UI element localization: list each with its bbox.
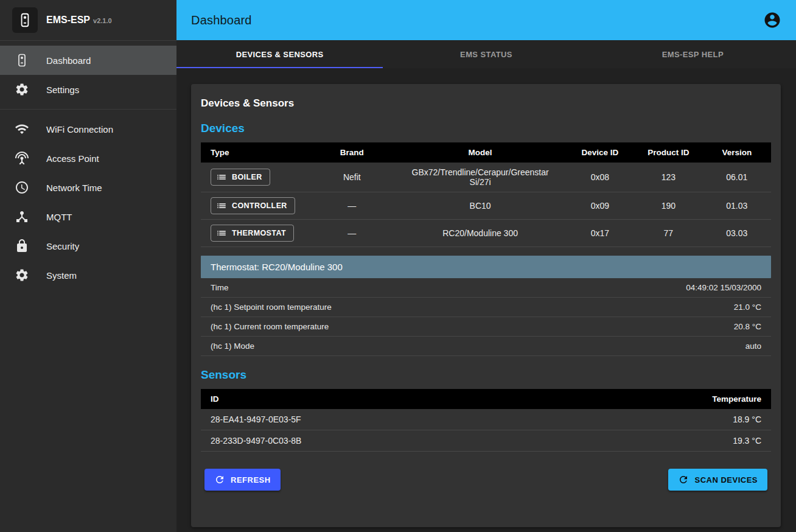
lock-icon (15, 239, 29, 253)
tab-ems-esp-help[interactable]: EMS-ESP HELP (590, 40, 796, 68)
column-header-model: Model (395, 142, 566, 163)
detail-value: 20.8 °C (734, 322, 761, 331)
sidebar-item-label: Access Point (46, 153, 99, 164)
thermostat-detail-row: (hc 1) Current room temperature 20.8 °C (201, 317, 771, 337)
scan-devices-button[interactable]: SCAN DEVICES (668, 469, 767, 491)
refresh-icon (214, 474, 225, 485)
device-product-id: 190 (634, 192, 702, 220)
tab-devices-sensors[interactable]: DEVICES & SENSORS (176, 40, 383, 68)
page-title: Dashboard (191, 13, 252, 27)
device-model: RC20/Moduline 300 (395, 220, 566, 247)
sidebar-nav: Dashboard Settings WiFi Connection Acces… (0, 41, 176, 290)
thermostat-detail-row: (hc 1) Mode auto (201, 337, 771, 356)
detail-value: auto (745, 341, 761, 351)
device-row: BOILER Nefit GBx72/Trendline/Cerapur/Gre… (201, 163, 771, 192)
sidebar-item-label: Dashboard (46, 55, 91, 66)
sidebar-item-access-point[interactable]: Access Point (0, 144, 176, 173)
column-header-brand: Brand (309, 142, 395, 163)
device-icon (15, 53, 29, 68)
sidebar-item-label: Network Time (46, 183, 102, 193)
detail-label: (hc 1) Mode (211, 341, 254, 351)
sensors-header-row: ID Temperature (201, 389, 771, 409)
sidebar-item-security[interactable]: Security (0, 231, 176, 261)
detail-label: (hc 1) Current room temperature (211, 322, 329, 331)
content-area: Devices & Sensors Devices Type Brand Mod… (176, 68, 796, 532)
device-brand: — (309, 220, 395, 247)
device-version: 01.03 (703, 192, 771, 220)
tab-bar: DEVICES & SENSORSEMS STATUSEMS-ESP HELP (176, 40, 796, 68)
app-title: EMS-ESPv2.1.0 (46, 15, 112, 26)
tab-ems-status[interactable]: EMS STATUS (383, 40, 589, 68)
sidebar-item-mqtt[interactable]: MQTT (0, 202, 176, 231)
sidebar-item-label: System (46, 270, 77, 281)
device-model: GBx72/Trendline/Cerapur/Greenstar Si/27i (395, 163, 566, 192)
account-circle-icon[interactable] (763, 11, 781, 29)
detail-value: 04:49:02 15/03/2000 (686, 283, 761, 292)
detail-value: 21.0 °C (734, 303, 761, 312)
refresh-button[interactable]: REFRESH (204, 469, 281, 491)
ems-esp-logo-icon (12, 7, 38, 33)
devices-heading: Devices (201, 122, 771, 135)
device-brand: — (309, 192, 395, 220)
devices-header-row: Type Brand Model Device ID Product ID Ve… (201, 142, 771, 163)
sensor-id: 28-EA41-9497-0E03-5F (201, 409, 553, 430)
device-type-label: BOILER (232, 173, 262, 181)
device-version: 06.01 (703, 163, 771, 192)
device-type-button[interactable]: THERMOSTAT (211, 225, 294, 242)
tab-label: EMS-ESP HELP (662, 50, 724, 59)
device-model: BC10 (395, 192, 566, 220)
sensor-row: 28-233D-9497-0C03-8B 19.3 °C (201, 430, 771, 452)
card-title: Devices & Sensors (201, 97, 771, 110)
sensor-row: 28-EA41-9497-0E03-5F 18.9 °C (201, 409, 771, 430)
device-brand: Nefit (309, 163, 395, 192)
device-type-label: CONTROLLER (232, 201, 287, 210)
sidebar-item-wifi-connection[interactable]: WiFi Connection (0, 114, 176, 144)
thermostat-section-header: Thermostat: RC20/Moduline 300 (201, 256, 771, 278)
column-header-version: Version (703, 142, 771, 163)
gear-icon (15, 82, 29, 97)
sensors-table: ID Temperature 28-EA41-9497-0E03-5F 18.9… (201, 389, 771, 452)
sensor-id: 28-233D-9497-0C03-8B (201, 430, 553, 452)
thermostat-detail-row: (hc 1) Setpoint room temperature 21.0 °C (201, 298, 771, 317)
sensors-heading: Sensors (201, 368, 771, 382)
clock-icon (15, 180, 29, 195)
refresh-button-label: REFRESH (231, 475, 271, 485)
app-name: EMS-ESP (46, 15, 90, 25)
wifi-icon (15, 122, 29, 136)
sidebar-item-settings[interactable]: Settings (0, 75, 176, 104)
sidebar-item-label: WiFi Connection (46, 124, 113, 135)
main-column: Dashboard DEVICES & SENSORSEMS STATUSEMS… (176, 0, 796, 532)
device-id: 0x08 (566, 163, 634, 192)
device-id: 0x17 (566, 220, 634, 247)
device-product-id: 123 (634, 163, 702, 192)
device-type-button[interactable]: BOILER (211, 169, 270, 186)
thermostat-detail-list: Time 04:49:02 15/03/2000 (hc 1) Setpoint… (201, 278, 771, 356)
sidebar-item-label: Security (46, 241, 79, 251)
device-id: 0x09 (566, 192, 634, 220)
detail-label: (hc 1) Setpoint room temperature (211, 303, 332, 312)
device-row: THERMOSTAT — RC20/Moduline 300 0x17 77 0… (201, 220, 771, 247)
card-actions: REFRESH SCAN DEVICES (201, 469, 771, 492)
column-header-device-id: Device ID (566, 142, 634, 163)
device-product-id: 77 (634, 220, 702, 247)
detail-label: Time (211, 283, 229, 292)
device-type-button[interactable]: CONTROLLER (211, 197, 295, 214)
tab-label: DEVICES & SENSORS (236, 50, 324, 59)
sidebar-item-label: MQTT (46, 212, 72, 222)
sidebar-item-system[interactable]: System (0, 261, 176, 290)
refresh-icon (678, 474, 689, 485)
device-type-label: THERMOSTAT (232, 229, 286, 237)
column-header-type: Type (201, 142, 309, 163)
app-version: v2.1.0 (93, 17, 112, 24)
list-icon (216, 200, 227, 211)
sidebar-header: EMS-ESPv2.1.0 (0, 0, 176, 40)
column-header-id: ID (201, 389, 553, 409)
sensor-temperature: 19.3 °C (553, 430, 771, 452)
sidebar-item-network-time[interactable]: Network Time (0, 173, 176, 202)
sensor-temperature: 18.9 °C (553, 409, 771, 430)
device-version: 03.03 (703, 220, 771, 247)
sidebar: EMS-ESPv2.1.0 Dashboard Settings WiFi Co… (0, 0, 176, 532)
devices-table: Type Brand Model Device ID Product ID Ve… (201, 142, 771, 247)
scan-devices-button-label: SCAN DEVICES (694, 475, 758, 485)
sidebar-item-dashboard[interactable]: Dashboard (0, 46, 176, 75)
